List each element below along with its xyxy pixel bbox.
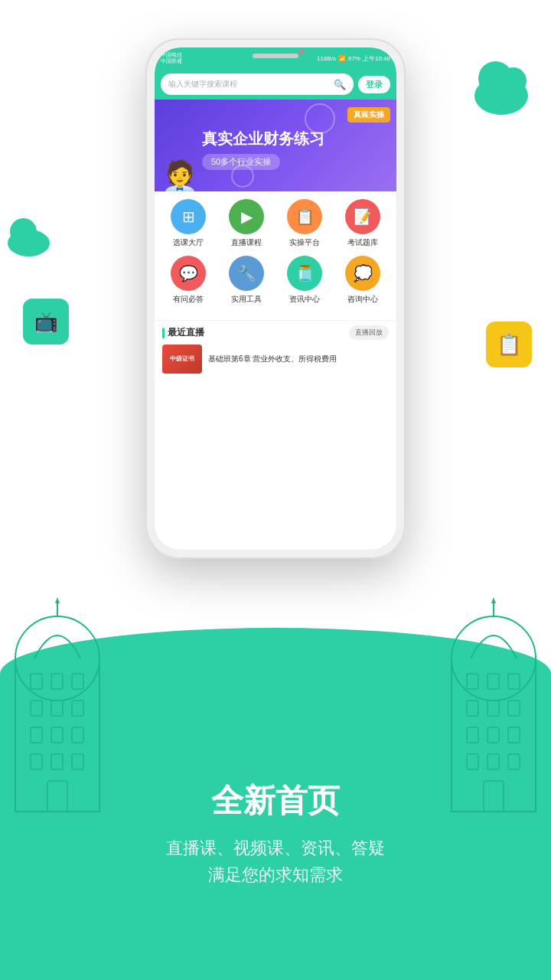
live-section: 最近直播 直播回放 中级 证书 基础班第6章 营业外收支、所得税费用 (155, 320, 396, 378)
svg-rect-21 (487, 701, 499, 716)
svg-marker-31 (491, 597, 496, 603)
live-item-text: 基础班第6章 营业外收支、所得税费用 (208, 354, 337, 364)
wifi-icon: 📶 (338, 55, 346, 62)
status-bar: 中国电信 中国联通 118B/s 📶 67% 上午10:48 (155, 47, 396, 69)
svg-rect-25 (508, 727, 520, 743)
svg-rect-11 (51, 754, 63, 769)
icon-news: 🫙 (287, 256, 322, 291)
icon-label-qa: 有问必答 (173, 294, 204, 305)
svg-rect-1 (31, 674, 42, 689)
icon-tools: 🔧 (229, 256, 264, 291)
svg-point-16 (452, 616, 536, 701)
bottom-title: 全新首页 (0, 779, 551, 822)
icon-practice: 📋 (287, 199, 322, 234)
svg-rect-3 (72, 674, 83, 689)
icon-label-course-hall: 选课大厅 (173, 237, 204, 248)
svg-rect-23 (467, 727, 478, 743)
icon-label-consult: 咨询中心 (347, 294, 378, 305)
bottom-subtitle: 直播课、视频课、资讯、答疑 满足您的求知需求 (0, 835, 551, 888)
icon-item-practice[interactable]: 📋 实操平台 (279, 199, 331, 248)
svg-rect-27 (487, 754, 499, 769)
bottom-text-area: 全新首页 直播课、视频课、资讯、答疑 满足您的求知需求 (0, 779, 551, 888)
svg-rect-7 (31, 727, 42, 743)
icon-label-exam: 考试题库 (347, 237, 378, 248)
icon-row-1: ⊞ 选课大厅 ▶ 直播课程 📋 实操平台 📝 考试题库 (159, 199, 392, 248)
icon-item-tools[interactable]: 🔧 实用工具 (220, 256, 272, 305)
icon-grid: ⊞ 选课大厅 ▶ 直播课程 📋 实操平台 📝 考试题库 (155, 191, 396, 320)
icon-exam: 📝 (345, 199, 380, 234)
svg-rect-12 (72, 754, 83, 769)
banner-circle-decoration (305, 103, 335, 134)
live-thumbnail: 中级 证书 (162, 345, 202, 374)
tv-decoration: 📺 (23, 299, 69, 345)
icon-item-exam[interactable]: 📝 考试题库 (337, 199, 389, 248)
svg-marker-15 (55, 597, 60, 603)
login-button[interactable]: 登录 (358, 76, 390, 93)
search-bar: 输入关键字搜索课程 🔍 登录 (155, 69, 396, 100)
svg-rect-28 (508, 754, 520, 769)
search-placeholder: 输入关键字搜索课程 (168, 79, 237, 90)
icon-label-live: 直播课程 (231, 237, 262, 248)
icon-item-consult[interactable]: 💭 咨询中心 (337, 256, 389, 305)
phone-speaker (253, 54, 298, 58)
search-input[interactable]: 输入关键字搜索课程 🔍 (161, 74, 354, 95)
live-item[interactable]: 中级 证书 基础班第6章 营业外收支、所得税费用 (162, 345, 389, 374)
svg-rect-17 (467, 674, 478, 689)
svg-rect-4 (31, 701, 42, 716)
svg-rect-9 (72, 727, 83, 743)
icon-course-hall: ⊞ (171, 199, 206, 234)
phone-mockup: 中国电信 中国联通 118B/s 📶 67% 上午10:48 输入关键字搜索课程… (145, 38, 406, 559)
banner-character: 🧑‍💼 (161, 161, 199, 191)
cloud-decoration-top-right (474, 77, 528, 115)
icon-item-news[interactable]: 🫙 资讯中心 (279, 256, 331, 305)
banner-title: 真实企业财务练习 (202, 129, 387, 149)
svg-rect-2 (51, 674, 63, 689)
icon-consult: 💭 (345, 256, 380, 291)
svg-point-0 (15, 616, 99, 701)
icon-row-2: 💬 有问必答 🔧 实用工具 🫙 资讯中心 💭 咨询中心 (159, 256, 392, 305)
icon-item-qa[interactable]: 💬 有问必答 (162, 256, 214, 305)
icon-item-course-hall[interactable]: ⊞ 选课大厅 (162, 199, 214, 248)
svg-rect-5 (51, 701, 63, 716)
live-header: 最近直播 直播回放 (162, 325, 389, 340)
live-section-title: 最近直播 (162, 326, 204, 339)
cloud-decoration-left (8, 230, 50, 256)
svg-rect-20 (467, 701, 478, 716)
phone-camera (298, 49, 305, 55)
icon-live: ▶ (229, 199, 264, 234)
banner[interactable]: 真账实操 🧑‍💼 真实企业财务练习 50多个行业实操 (155, 100, 396, 191)
svg-rect-8 (51, 727, 63, 743)
live-replay-button[interactable]: 直播回放 (349, 325, 389, 340)
icon-label-tools: 实用工具 (231, 294, 262, 305)
icon-item-live[interactable]: ▶ 直播课程 (220, 199, 272, 248)
svg-rect-22 (508, 701, 520, 716)
carrier-info: 中国电信 中国联通 (161, 52, 182, 65)
card-decoration: 📋 (486, 322, 532, 368)
icon-label-practice: 实操平台 (289, 237, 320, 248)
icon-qa: 💬 (171, 256, 206, 291)
svg-rect-26 (467, 754, 478, 769)
svg-rect-6 (72, 701, 83, 716)
svg-rect-18 (487, 674, 499, 689)
svg-rect-19 (508, 674, 520, 689)
icon-label-news: 资讯中心 (289, 294, 320, 305)
banner-circle-decoration2 (231, 165, 254, 188)
svg-rect-10 (31, 754, 42, 769)
live-title-bar (162, 328, 165, 338)
banner-tag: 真账实操 (347, 107, 390, 122)
svg-rect-24 (487, 727, 499, 743)
search-icon: 🔍 (334, 79, 346, 90)
status-right: 118B/s 📶 67% 上午10:48 (317, 54, 390, 63)
